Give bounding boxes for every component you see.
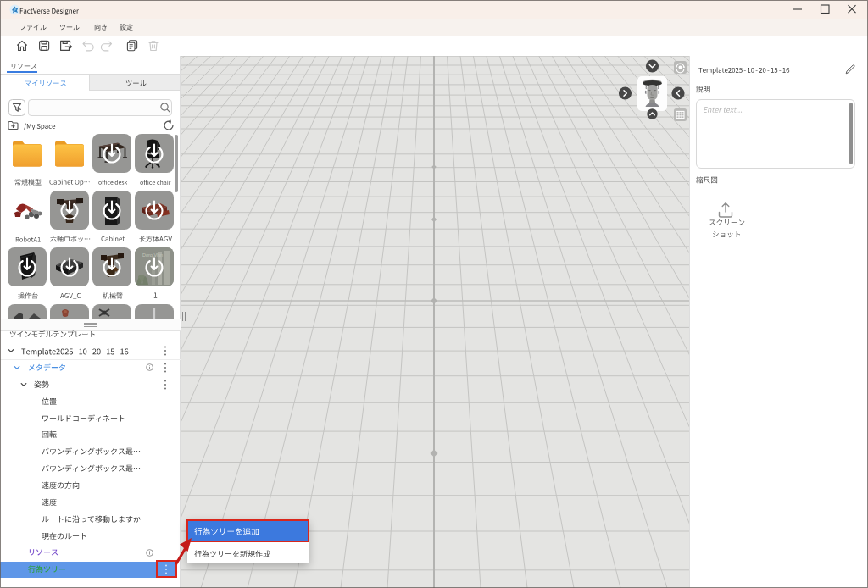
svg-text:Doro Vlsn: Doro Vlsn [142,252,163,258]
